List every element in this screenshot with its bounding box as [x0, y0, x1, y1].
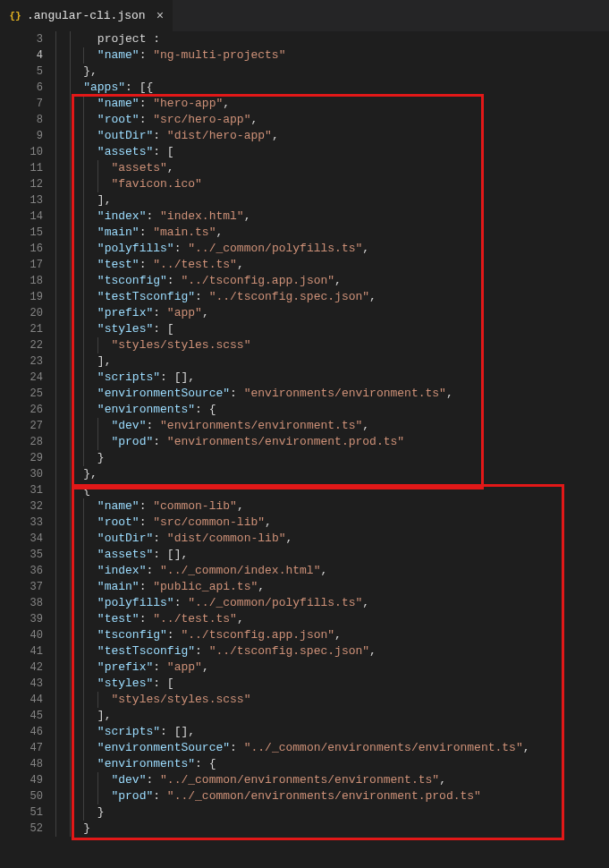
code-line[interactable]: 40 "tsconfig": "../tsconfig.app.json", — [0, 627, 609, 643]
code-content[interactable]: "main": "public_api.ts", — [55, 579, 609, 595]
code-content[interactable]: "styles/styles.scss" — [55, 337, 609, 353]
code-content[interactable]: } — [55, 450, 609, 466]
code-line[interactable]: 10 "assets": [ — [0, 144, 609, 160]
code-line[interactable]: 24 "scripts": [], — [0, 370, 609, 386]
code-line[interactable]: 43 "styles": [ — [0, 676, 609, 692]
code-line[interactable]: 22 "styles/styles.scss" — [0, 337, 609, 353]
code-editor[interactable]: 3 project : 4 "name": "ng-multi-projects… — [0, 31, 609, 868]
code-line[interactable]: 31 { — [0, 482, 609, 498]
code-content[interactable]: "assets": [], — [55, 547, 609, 563]
code-content[interactable]: "assets": [ — [55, 144, 609, 160]
code-line[interactable]: 7 "name": "hero-app", — [0, 96, 609, 112]
code-content[interactable]: ], — [55, 353, 609, 370]
code-content[interactable]: "styles/styles.scss" — [55, 692, 609, 708]
code-content[interactable]: "root": "src/common-lib", — [55, 515, 609, 531]
code-line[interactable]: 48 "environments": { — [0, 756, 609, 772]
code-line[interactable]: 41 "testTsconfig": "../tsconfig.spec.jso… — [0, 643, 609, 660]
editor-tab[interactable]: {} .angular-cli.json × — [0, 0, 173, 31]
code-content[interactable]: "apps": [{ — [55, 80, 609, 96]
code-content[interactable]: "test": "../test.ts", — [55, 257, 609, 273]
code-line[interactable]: 47 "environmentSource": "../_common/envi… — [0, 740, 609, 756]
code-line[interactable]: 16 "polyfills": "../_common/polyfills.ts… — [0, 241, 609, 257]
code-content[interactable]: "assets", — [55, 160, 609, 176]
code-line[interactable]: 32 "name": "common-lib", — [0, 498, 609, 515]
code-content[interactable]: "polyfills": "../_common/polyfills.ts", — [55, 241, 609, 257]
code-content[interactable]: "styles": [ — [55, 321, 609, 337]
code-content[interactable]: "prod": "environments/environment.prod.t… — [55, 434, 609, 450]
code-line[interactable]: 50 "prod": "../_common/environments/envi… — [0, 788, 609, 804]
code-content[interactable]: "index": "index.html", — [55, 208, 609, 225]
code-content[interactable]: "styles": [ — [55, 676, 609, 692]
code-line[interactable]: 19 "testTsconfig": "../tsconfig.spec.jso… — [0, 289, 609, 305]
code-line[interactable]: 38 "polyfills": "../_common/polyfills.ts… — [0, 595, 609, 611]
code-content[interactable]: "tsconfig": "../tsconfig.app.json", — [55, 273, 609, 289]
code-content[interactable]: "outDir": "dist/common-lib", — [55, 531, 609, 547]
code-line[interactable]: 11 "assets", — [0, 160, 609, 176]
code-line[interactable]: 17 "test": "../test.ts", — [0, 257, 609, 273]
code-content[interactable]: "environments": { — [55, 756, 609, 772]
code-line[interactable]: 26 "environments": { — [0, 402, 609, 418]
code-line[interactable]: 36 "index": "../_common/index.html", — [0, 563, 609, 579]
code-content[interactable]: ], — [55, 708, 609, 724]
code-content[interactable]: "name": "ng-multi-projects" — [55, 47, 609, 64]
code-line[interactable]: 20 "prefix": "app", — [0, 305, 609, 321]
code-line[interactable]: 27 "dev": "environments/environment.ts", — [0, 418, 609, 434]
code-line[interactable]: 49 "dev": "../_common/environments/envir… — [0, 772, 609, 788]
code-content[interactable]: "test": "../test.ts", — [55, 611, 609, 627]
code-line[interactable]: 15 "main": "main.ts", — [0, 225, 609, 241]
code-content[interactable]: { — [55, 482, 609, 498]
code-content[interactable]: project : — [55, 31, 609, 47]
code-content[interactable]: "prefix": "app", — [55, 305, 609, 321]
code-content[interactable]: "polyfills": "../_common/polyfills.ts", — [55, 595, 609, 611]
code-content[interactable]: "main": "main.ts", — [55, 225, 609, 241]
code-line[interactable]: 42 "prefix": "app", — [0, 660, 609, 676]
code-line[interactable]: 23 ], — [0, 353, 609, 370]
code-content[interactable]: "scripts": [], — [55, 724, 609, 740]
code-content[interactable]: } — [55, 804, 609, 821]
code-content[interactable]: "testTsconfig": "../tsconfig.spec.json", — [55, 643, 609, 660]
code-line[interactable]: 30 }, — [0, 466, 609, 482]
code-content[interactable]: }, — [55, 64, 609, 80]
code-line[interactable]: 51 } — [0, 804, 609, 821]
code-content[interactable]: "scripts": [], — [55, 370, 609, 386]
code-line[interactable]: 3 project : — [0, 31, 609, 47]
code-line[interactable]: 46 "scripts": [], — [0, 724, 609, 740]
code-content[interactable]: } — [55, 821, 609, 837]
code-content[interactable]: "environmentSource": "../_common/environ… — [55, 740, 609, 756]
code-line[interactable]: 25 "environmentSource": "environments/en… — [0, 386, 609, 402]
code-content[interactable]: }, — [55, 466, 609, 482]
code-content[interactable]: "name": "hero-app", — [55, 96, 609, 112]
code-line[interactable]: 5 }, — [0, 64, 609, 80]
code-content[interactable]: "environments": { — [55, 402, 609, 418]
code-line[interactable]: 34 "outDir": "dist/common-lib", — [0, 531, 609, 547]
code-content[interactable]: "outDir": "dist/hero-app", — [55, 128, 609, 144]
code-line[interactable]: 13 ], — [0, 192, 609, 208]
code-content[interactable]: "tsconfig": "../tsconfig.app.json", — [55, 627, 609, 643]
code-line[interactable]: 8 "root": "src/hero-app", — [0, 112, 609, 128]
code-line[interactable]: 37 "main": "public_api.ts", — [0, 579, 609, 595]
code-line[interactable]: 39 "test": "../test.ts", — [0, 611, 609, 627]
code-line[interactable]: 4 "name": "ng-multi-projects" — [0, 47, 609, 64]
code-line[interactable]: 45 ], — [0, 708, 609, 724]
code-content[interactable]: "root": "src/hero-app", — [55, 112, 609, 128]
code-content[interactable]: "testTsconfig": "../tsconfig.spec.json", — [55, 289, 609, 305]
code-line[interactable]: 6 "apps": [{ — [0, 80, 609, 96]
code-line[interactable]: 21 "styles": [ — [0, 321, 609, 337]
close-icon[interactable]: × — [156, 10, 164, 22]
code-content[interactable]: ], — [55, 192, 609, 208]
code-line[interactable]: 52 } — [0, 821, 609, 837]
code-line[interactable]: 12 "favicon.ico" — [0, 176, 609, 192]
code-content[interactable]: "prefix": "app", — [55, 660, 609, 676]
code-content[interactable]: "index": "../_common/index.html", — [55, 563, 609, 579]
code-content[interactable]: "prod": "../_common/environments/environ… — [55, 788, 609, 804]
code-line[interactable]: 33 "root": "src/common-lib", — [0, 515, 609, 531]
code-line[interactable]: 14 "index": "index.html", — [0, 208, 609, 225]
code-content[interactable]: "favicon.ico" — [55, 176, 609, 192]
code-line[interactable]: 44 "styles/styles.scss" — [0, 692, 609, 708]
code-line[interactable]: 28 "prod": "environments/environment.pro… — [0, 434, 609, 450]
code-line[interactable]: 18 "tsconfig": "../tsconfig.app.json", — [0, 273, 609, 289]
code-content[interactable]: "environmentSource": "environments/envir… — [55, 386, 609, 402]
code-content[interactable]: "name": "common-lib", — [55, 498, 609, 515]
code-content[interactable]: "dev": "environments/environment.ts", — [55, 418, 609, 434]
code-line[interactable]: 35 "assets": [], — [0, 547, 609, 563]
